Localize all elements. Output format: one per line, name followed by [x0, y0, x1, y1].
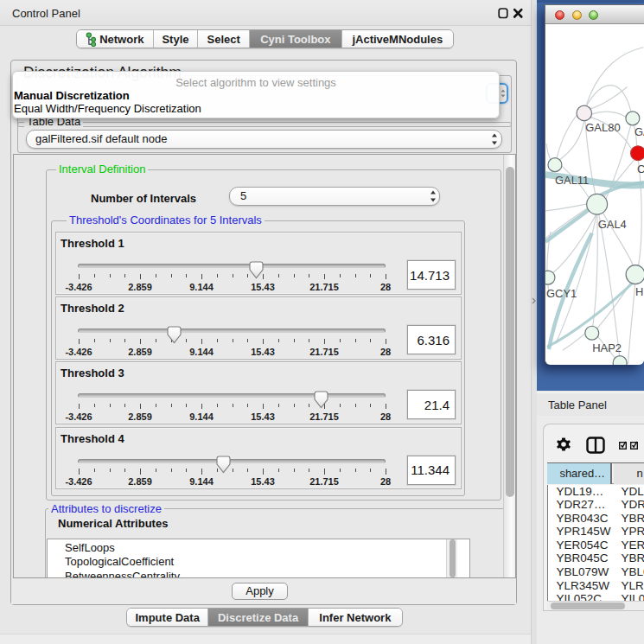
svg-text:GAL11: GAL11 — [555, 174, 589, 187]
svg-text:GAL4: GAL4 — [598, 218, 627, 231]
svg-text:GAL80: GAL80 — [585, 121, 620, 134]
svg-text:GA: GA — [634, 125, 644, 138]
svg-text:GCY1: GCY1 — [546, 287, 577, 300]
svg-text:C: C — [637, 163, 644, 175]
svg-text:H: H — [635, 285, 643, 298]
svg-text:HAP2: HAP2 — [592, 341, 622, 354]
